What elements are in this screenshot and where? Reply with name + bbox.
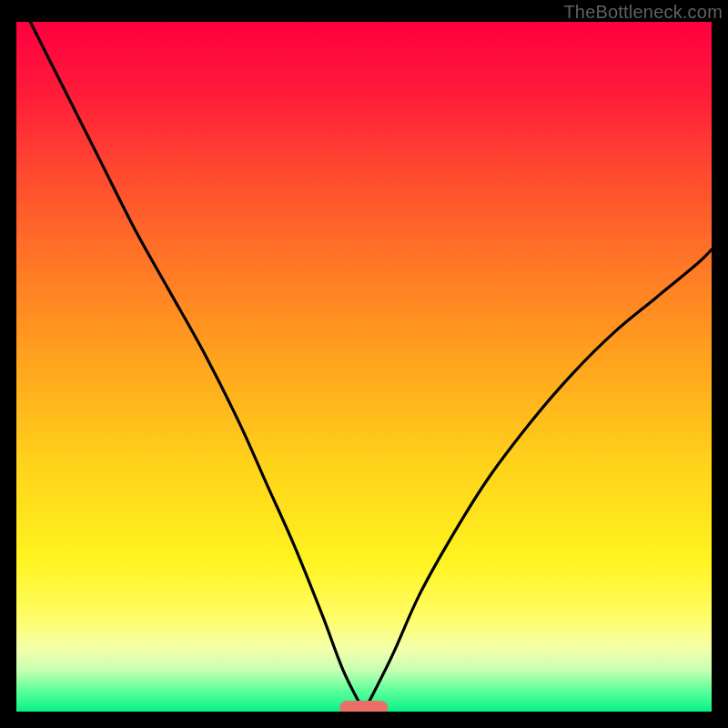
curve-right-branch xyxy=(364,249,712,712)
plot-area xyxy=(16,22,712,712)
bottleneck-curve xyxy=(16,22,712,712)
chart-frame: TheBottleneck.com xyxy=(0,0,728,728)
optimal-point-marker xyxy=(339,701,388,712)
curve-left-branch xyxy=(30,22,364,712)
watermark-text: TheBottleneck.com xyxy=(563,2,723,23)
